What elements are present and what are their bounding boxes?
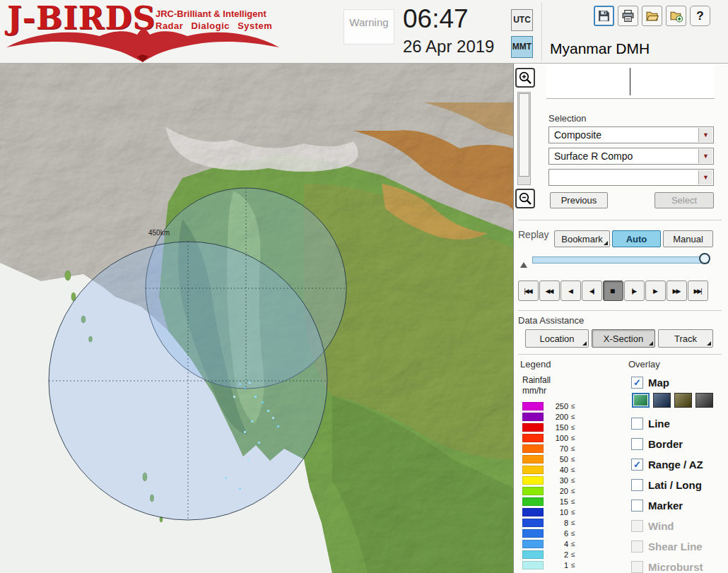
le-symbol: ≤: [571, 476, 575, 484]
open-file-button[interactable]: [642, 6, 662, 26]
legend-value: 10: [548, 508, 568, 516]
replay-timeline-slider[interactable]: [532, 256, 709, 264]
legend-value: 250: [548, 402, 568, 410]
chevron-down-icon[interactable]: ▼: [698, 149, 712, 163]
legend-row: 15≤: [522, 496, 575, 507]
track-button[interactable]: Track: [658, 329, 713, 348]
zoom-in-button[interactable]: [515, 68, 535, 88]
fast-rewind-button[interactable]: ◀◀: [539, 280, 560, 301]
map-style-swatch-navy[interactable]: [653, 393, 671, 408]
legend-swatch: [522, 519, 544, 527]
overlay-item-line[interactable]: Line: [631, 416, 670, 430]
checkbox-unchecked[interactable]: [631, 500, 643, 512]
overlay-label: Wind: [648, 520, 674, 532]
legend-swatch: [522, 402, 544, 410]
legend-row: 20≤: [522, 485, 575, 496]
header-separator: [541, 3, 542, 61]
help-button[interactable]: ?: [690, 6, 710, 26]
checkbox-unchecked[interactable]: [631, 438, 643, 450]
timeline-start-marker[interactable]: [520, 262, 527, 268]
le-symbol: ≤: [571, 561, 575, 569]
overlay-label: Shear Line: [648, 540, 703, 553]
status-text-field[interactable]: [546, 65, 715, 99]
data-assistance-label: Data Assistance: [518, 315, 584, 326]
overlay-item-map[interactable]: ✓ Map: [631, 375, 669, 389]
step-back-button[interactable]: ◀|: [582, 280, 602, 301]
print-button[interactable]: [618, 6, 638, 26]
legend-value: 2: [548, 550, 568, 559]
previous-button[interactable]: Previous: [550, 192, 608, 208]
import-icon: [669, 9, 683, 23]
checkbox-unchecked[interactable]: [631, 479, 643, 491]
legend-row: 40≤: [522, 464, 575, 475]
checkbox-checked[interactable]: ✓: [631, 377, 643, 389]
chevron-down-icon[interactable]: ▼: [698, 128, 712, 142]
legend-value: 50: [548, 455, 568, 463]
jbirds-app: J-BIRDS JRC-Brilliant & Intelligent Rada…: [0, 0, 728, 573]
map-style-swatch-olive[interactable]: [674, 393, 692, 408]
legend-swatch: [522, 487, 544, 495]
checkbox-checked[interactable]: ✓: [631, 459, 643, 471]
map-style-swatch-green[interactable]: [632, 393, 650, 408]
map-style-swatch-gray[interactable]: [695, 393, 713, 408]
timeline-handle[interactable]: [699, 253, 710, 264]
overlay-item-border[interactable]: Border: [631, 437, 683, 451]
range-distance-label: 450km: [148, 229, 170, 237]
legend-row: 100≤: [522, 432, 575, 443]
legend-swatch: [522, 413, 544, 421]
overlay-label: Map: [648, 377, 669, 389]
le-symbol: ≤: [571, 519, 575, 526]
location-button[interactable]: Location: [525, 329, 589, 348]
legend-swatch: [522, 444, 544, 453]
divider: [518, 220, 722, 220]
overlay-title: Overlay: [628, 359, 660, 370]
checkbox-disabled: [631, 520, 643, 532]
checkbox-unchecked[interactable]: [631, 418, 643, 430]
le-symbol: ≤: [571, 466, 575, 473]
skip-to-end-button[interactable]: ▶▶|: [688, 280, 708, 301]
composite-dropdown[interactable]: Composite ▼: [548, 126, 714, 143]
map-zoom-scrollbar[interactable]: [517, 92, 531, 185]
import-image-button[interactable]: [666, 6, 686, 26]
skip-to-start-button[interactable]: |◀◀: [518, 280, 539, 301]
xsection-button[interactable]: X-Section: [592, 329, 655, 348]
legend-swatch: [522, 497, 544, 506]
zoom-out-button[interactable]: [515, 189, 535, 208]
radar-map[interactable]: 450km: [0, 64, 513, 573]
overlay-label: Marker: [648, 500, 683, 512]
play-reverse-button[interactable]: ◀: [560, 280, 581, 301]
manual-mode-button[interactable]: Manual: [663, 230, 713, 247]
legend-row: 200≤: [522, 411, 575, 422]
legend-row: 50≤: [522, 454, 575, 464]
eagle-logo-icon: [4, 27, 281, 62]
select-button[interactable]: Select: [654, 192, 714, 208]
replay-label: Replay: [518, 229, 549, 240]
legend-row: 150≤: [522, 422, 575, 432]
utc-button[interactable]: UTC: [511, 9, 533, 31]
step-forward-button[interactable]: |▶: [624, 280, 645, 301]
control-panel: Selection Composite ▼ Surface R Compo ▼ …: [513, 64, 728, 573]
legend-value: 15: [548, 497, 568, 506]
warning-label: Warning: [349, 16, 388, 28]
option-dropdown[interactable]: ▼: [548, 169, 714, 186]
mmt-button[interactable]: MMT: [511, 36, 533, 58]
overlay-item-lati-long[interactable]: Lati / Long: [631, 478, 702, 492]
chevron-down-icon[interactable]: ▼: [698, 170, 712, 184]
overlay-label: Border: [648, 438, 683, 450]
stop-button[interactable]: ■: [603, 280, 623, 301]
clock-time: 06:47: [403, 4, 469, 34]
overlay-item-range-az[interactable]: ✓ Range / AZ: [631, 457, 703, 471]
legend-swatch: [522, 561, 544, 569]
play-button[interactable]: ▶: [645, 280, 666, 301]
overlay-item-marker[interactable]: Marker: [631, 498, 683, 512]
fast-forward-button[interactable]: ▶▶: [667, 280, 687, 301]
auto-mode-button[interactable]: Auto: [612, 230, 661, 247]
legend-value: 8: [548, 519, 568, 527]
legend-swatch: [522, 540, 544, 548]
bookmark-button[interactable]: Bookmark: [554, 230, 610, 247]
scrollbar-thumb[interactable]: [519, 93, 529, 177]
terrain-map-image: 450km: [0, 64, 513, 573]
legend-swatch: [522, 508, 544, 516]
save-button[interactable]: [594, 6, 614, 26]
product-dropdown[interactable]: Surface R Compo ▼: [548, 148, 714, 165]
